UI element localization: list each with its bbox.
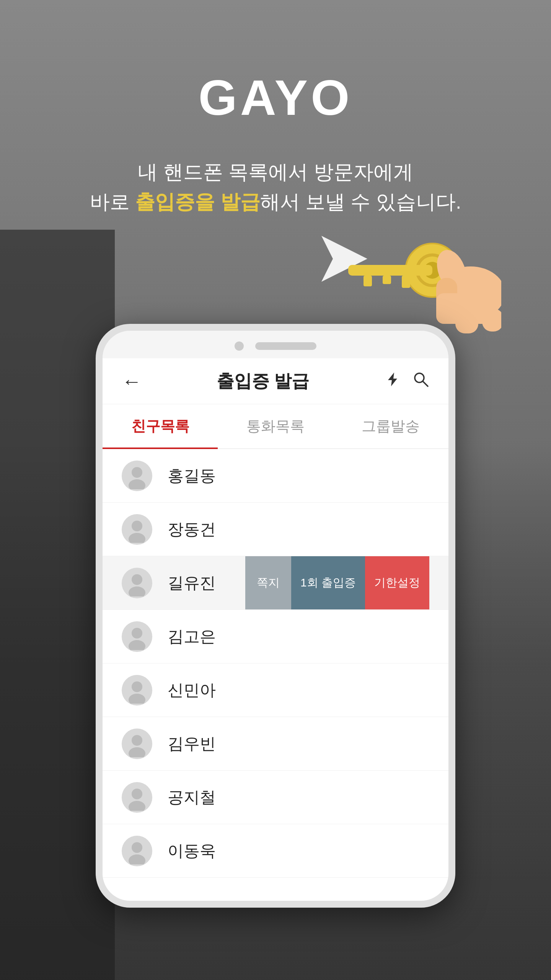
svg-point-26 bbox=[129, 694, 145, 704]
avatar bbox=[122, 621, 152, 652]
contact-item[interactable]: 신민아 bbox=[103, 663, 448, 717]
contact-item[interactable]: 이동욱 bbox=[103, 824, 448, 878]
avatar bbox=[122, 728, 152, 759]
contact-list: 홍길동 장동건 bbox=[103, 449, 448, 878]
svg-point-28 bbox=[129, 747, 145, 757]
subtitle-line2: 바로 bbox=[90, 191, 135, 213]
svg-point-21 bbox=[132, 574, 142, 585]
contact-name: 홍길동 bbox=[168, 465, 216, 487]
avatar bbox=[122, 675, 152, 706]
svg-point-27 bbox=[132, 735, 142, 746]
lightning-icon[interactable] bbox=[384, 371, 401, 392]
svg-point-18 bbox=[129, 479, 145, 489]
search-icon[interactable] bbox=[412, 371, 429, 392]
svg-point-32 bbox=[129, 854, 145, 864]
svg-point-29 bbox=[132, 789, 142, 799]
avatar bbox=[122, 514, 152, 545]
svg-rect-7 bbox=[402, 276, 410, 288]
svg-point-22 bbox=[129, 586, 145, 596]
tab-group[interactable]: 그룹발송 bbox=[333, 404, 448, 448]
contact-item[interactable]: 김우빈 bbox=[103, 717, 448, 771]
svg-rect-6 bbox=[383, 276, 391, 284]
phone-speaker bbox=[255, 342, 316, 350]
subtitle-highlight: 출입증을 발급 bbox=[135, 191, 260, 213]
contact-name: 이동욱 bbox=[168, 840, 216, 862]
phone-top-bar bbox=[103, 331, 448, 358]
contact-item-swiped[interactable]: 길유진 쪽지 1회 출입증 기한설정 bbox=[103, 556, 448, 610]
tab-bar: 친구목록 통화목록 그룹발송 bbox=[103, 404, 448, 449]
app-header: ← 출입증 발급 bbox=[103, 358, 448, 404]
phone-frame: ← 출입증 발급 친구목록 bbox=[96, 324, 455, 908]
phone-bottom bbox=[103, 878, 448, 901]
contact-item[interactable]: 공지철 bbox=[103, 771, 448, 824]
subtitle-line1: 내 핸드폰 목록에서 방문자에게 bbox=[138, 161, 413, 183]
svg-rect-4 bbox=[348, 265, 432, 276]
svg-point-19 bbox=[132, 521, 142, 531]
contact-name: 신민아 bbox=[168, 679, 216, 701]
svg-rect-13 bbox=[436, 293, 497, 324]
contact-name: 김고은 bbox=[168, 626, 216, 647]
svg-marker-14 bbox=[388, 372, 397, 386]
hand-key-illustration bbox=[287, 217, 501, 341]
contact-name: 공지철 bbox=[168, 787, 216, 808]
swipe-expire-button[interactable]: 기한설정 bbox=[365, 556, 429, 609]
svg-point-20 bbox=[129, 533, 145, 543]
app-title: GAYO bbox=[199, 69, 353, 126]
header-title: 출입증 발급 bbox=[142, 369, 384, 393]
svg-rect-5 bbox=[364, 276, 372, 286]
svg-point-30 bbox=[129, 801, 145, 811]
back-button[interactable]: ← bbox=[122, 370, 142, 393]
tab-friends[interactable]: 친구목록 bbox=[103, 404, 218, 448]
contact-item[interactable]: 김고은 bbox=[103, 610, 448, 663]
avatar bbox=[122, 461, 152, 491]
svg-point-17 bbox=[132, 467, 142, 478]
contact-name: 장동건 bbox=[168, 519, 216, 540]
swipe-pass-button[interactable]: 1회 출입증 bbox=[291, 556, 365, 609]
avatar bbox=[122, 568, 152, 598]
svg-point-31 bbox=[132, 842, 142, 853]
tab-calls[interactable]: 통화목록 bbox=[218, 404, 333, 448]
avatar bbox=[122, 836, 152, 866]
contact-item[interactable]: 홍길동 bbox=[103, 449, 448, 503]
header-icons bbox=[384, 371, 429, 392]
svg-point-23 bbox=[132, 628, 142, 639]
subtitle: 내 핸드폰 목록에서 방문자에게 바로 출입증을 발급해서 보낼 수 있습니다. bbox=[90, 157, 461, 217]
phone-camera bbox=[235, 341, 244, 351]
swipe-note-button[interactable]: 쪽지 bbox=[245, 556, 291, 609]
swipe-actions: 쪽지 1회 출입증 기한설정 bbox=[245, 556, 429, 609]
svg-line-16 bbox=[423, 381, 428, 386]
contact-name: 길유진 bbox=[168, 572, 216, 594]
avatar bbox=[122, 782, 152, 813]
subtitle-line3: 해서 보낼 수 있습니다. bbox=[260, 191, 461, 213]
contact-name: 김우빈 bbox=[168, 733, 216, 755]
contact-item[interactable]: 장동건 bbox=[103, 503, 448, 556]
svg-point-25 bbox=[132, 681, 142, 692]
svg-point-24 bbox=[129, 640, 145, 650]
